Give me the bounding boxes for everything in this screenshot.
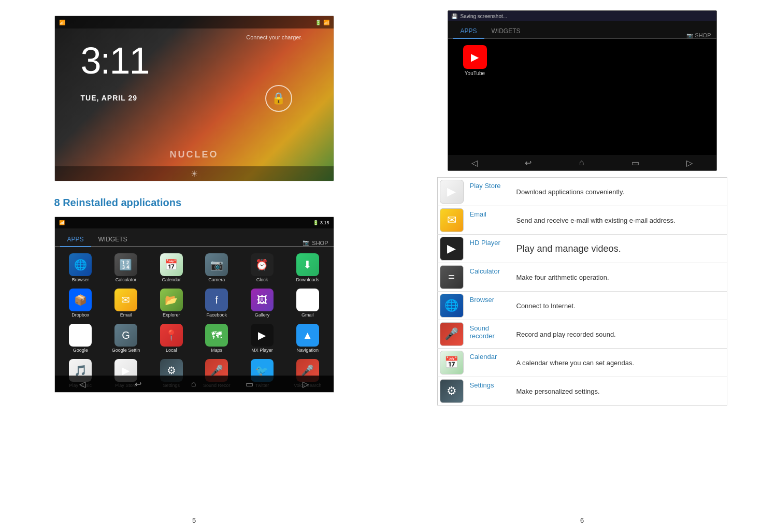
app-item-calendar[interactable]: 📅Calendar (150, 251, 193, 284)
nav2-recents[interactable]: ▭ (631, 158, 639, 168)
table-app-icon-3: = (440, 265, 464, 289)
browser-label: Browser (72, 277, 89, 282)
app-item-google-settin[interactable]: GGoogle Settin (104, 322, 148, 355)
table-app-icon-4: 🌐 (440, 294, 464, 318)
save-icon: 💾 (451, 13, 457, 19)
battery-icon: 🔋 (315, 20, 321, 25)
tab2-apps[interactable]: APPS (453, 24, 484, 39)
app-item-gmail[interactable]: MGmail (286, 286, 329, 320)
table-app-name-4: Browser (466, 292, 512, 320)
table-app-desc-3: Make four arithmetic operation. (512, 263, 727, 292)
table-app-name-3: Calculator (466, 263, 512, 292)
app-item-google[interactable]: GGoogle (59, 322, 103, 355)
shop-button[interactable]: 📷 SHOP (303, 239, 328, 246)
lock-circle[interactable]: 🔒 (265, 85, 292, 112)
status-left-icons: 📶 (59, 20, 65, 25)
local-label: Local (166, 348, 177, 353)
app-item-gallery[interactable]: 🖼Gallery (240, 286, 284, 320)
app-item-youtube[interactable]: ▶ YouTube (454, 45, 496, 76)
drawer-status-left: 📶 (59, 220, 65, 225)
nav2-volume-down[interactable]: ◁ (471, 158, 478, 168)
table-app-desc-4: Connect to Internet. (512, 292, 727, 320)
lock-time: 3:11 (81, 39, 149, 82)
table-icon-cell-3: = (437, 263, 466, 292)
app-drawer: 📶 🔋 3:15 APPS WIDGETS 📷 SHOP 🌐Browser🔢Ca… (54, 217, 334, 393)
lock-icon: 🔒 (271, 92, 285, 105)
table-icon-cell-1: ✉ (437, 206, 466, 235)
camera-icon: 📷 (205, 253, 228, 276)
clock-icon: ⏰ (251, 253, 274, 276)
nav2-home[interactable]: ⌂ (579, 158, 584, 167)
app-item-facebook[interactable]: fFacebook (195, 286, 238, 320)
table-app-name-1: Email (466, 206, 512, 235)
tab-widgets[interactable]: WIDGETS (91, 233, 135, 247)
app-item-mx-player[interactable]: ▶MX Player (240, 322, 284, 355)
nav-volume-up[interactable]: ▷ (303, 379, 309, 389)
table-icon-cell-6: 📅 (437, 349, 466, 377)
dropbox-icon: 📦 (69, 289, 92, 311)
shop2-button[interactable]: 📷 SHOP (686, 32, 711, 38)
table-app-icon-5: 🎤 (440, 322, 464, 346)
app-item-downloads[interactable]: ⬇Downloads (286, 251, 329, 284)
app-drawer-tabs: APPS WIDGETS 📷 SHOP (55, 228, 334, 247)
gmail-label: Gmail (301, 312, 314, 318)
downloads-icon: ⬇ (296, 253, 319, 276)
app-item-dropbox[interactable]: 📦Dropbox (59, 286, 103, 320)
app-item-local[interactable]: 📍Local (150, 322, 193, 355)
shop-icon: 📷 (303, 239, 310, 246)
sim-icon: 📶 (59, 20, 65, 25)
nav-recents[interactable]: ▭ (246, 379, 253, 389)
app-item-browser[interactable]: 🌐Browser (59, 251, 103, 284)
table-app-name-7: Settings (466, 377, 512, 406)
nav-volume-down[interactable]: ◁ (79, 379, 85, 389)
nav-back[interactable]: ↩ (135, 379, 141, 389)
lock-screen-status-bar: 📶 🔋 📶 (55, 16, 334, 28)
email-icon: ✉ (114, 289, 137, 311)
nav2-back[interactable]: ↩ (525, 158, 531, 168)
app-grid2: ▶ YouTube (448, 39, 716, 82)
lock-logo: NUCLEO (170, 149, 219, 160)
table-app-icon-6: 📅 (440, 351, 464, 375)
app-item-explorer[interactable]: 📂Explorer (150, 286, 193, 320)
google-label: Google (73, 348, 88, 353)
email-label: Email (120, 312, 132, 318)
app-drawer2-bottom: ◁ ↩ ⌂ ▭ ▷ (448, 155, 716, 170)
table-icon-cell-4: 🌐 (437, 292, 466, 320)
table-app-desc-0: Download applications conveniently. (512, 178, 727, 206)
maps-label: Maps (211, 348, 222, 353)
charger-text: Connect your charger. (246, 34, 302, 40)
table-app-icon-1: ✉ (440, 208, 464, 232)
app-item-calculator[interactable]: 🔢Calculator (104, 251, 148, 284)
app-item-camera[interactable]: 📷Camera (195, 251, 238, 284)
table-row-2: ▶HD PlayerPlay and manage videos. (437, 235, 727, 263)
nav-home[interactable]: ⌂ (191, 379, 196, 389)
shop2-label: SHOP (695, 32, 711, 38)
tab-apps[interactable]: APPS (60, 233, 91, 247)
page-number-left: 5 (192, 516, 196, 524)
google-settin-icon: G (114, 324, 137, 347)
google-icon: G (69, 324, 92, 347)
page-number-right: 6 (580, 516, 584, 524)
lock-bottom-bar: ☀ (55, 166, 334, 181)
app-grid: 🌐Browser🔢Calculator📅Calendar📷Camera⏰Cloc… (55, 247, 334, 393)
saving-bar: 💾 Saving screenshot... (448, 11, 716, 21)
table-icon-cell-2: ▶ (437, 235, 466, 263)
google-settin-label: Google Settin (112, 348, 140, 353)
local-icon: 📍 (160, 324, 183, 347)
saving-text: Saving screenshot... (461, 13, 508, 19)
tab2-widgets[interactable]: WIDGETS (484, 24, 528, 39)
gallery-icon: 🖼 (251, 289, 274, 311)
calculator-icon: 🔢 (114, 253, 137, 276)
wifi-icon: 📶 (323, 20, 329, 25)
nav2-volume-up[interactable]: ▷ (686, 158, 693, 168)
app-item-clock[interactable]: ⏰Clock (240, 251, 284, 284)
table-app-name-2: HD Player (466, 235, 512, 263)
table-row-1: ✉EmailSend and receive e-mail with exist… (437, 206, 727, 235)
app-item-email[interactable]: ✉Email (104, 286, 148, 320)
app-item-navigation[interactable]: ▲Navigation (286, 322, 329, 355)
app-item-maps[interactable]: 🗺Maps (195, 322, 238, 355)
table-app-name-5: Soundrecorder (466, 320, 512, 349)
app-table: ▶Play StoreDownload applications conveni… (437, 177, 727, 406)
calendar-icon: 📅 (160, 253, 183, 276)
explorer-icon: 📂 (160, 289, 183, 311)
